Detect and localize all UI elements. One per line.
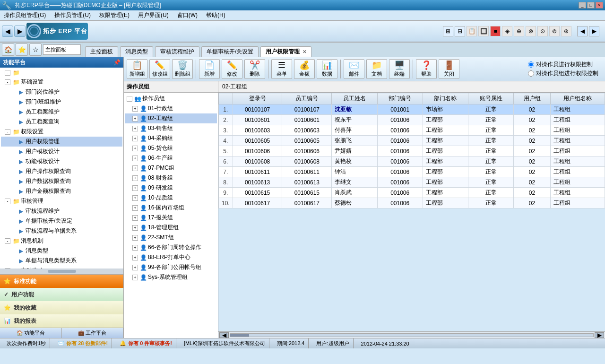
group-66[interactable]: + 👤 66-各部门周转仓操作 xyxy=(125,243,217,252)
minimize-btn[interactable]: _ xyxy=(579,2,586,9)
group-sys[interactable]: + 👤 Sys-系统管理组 xyxy=(125,272,217,282)
nav-icon-left[interactable]: ◀ xyxy=(577,26,588,36)
btn-menu[interactable]: ☰ 菜单 xyxy=(271,59,292,79)
tree-item-msg-type[interactable]: ▶ 消息类型 xyxy=(1,246,122,256)
tree-item-user-op-query[interactable]: ▶ 用户操作权限查询 xyxy=(1,166,122,176)
menu-operator[interactable]: 操作员管理(U) xyxy=(52,10,93,20)
group-88[interactable]: + 👤 88-ERP打单中心 xyxy=(125,252,217,262)
table-row[interactable]: 3. 00100603 00100603 付喜萍 001006 工程部 正常 0… xyxy=(219,125,605,136)
expand-g22[interactable]: + xyxy=(132,235,138,241)
btn-edit-group[interactable]: ✏️ 修改组 xyxy=(149,59,170,79)
expand-g08[interactable]: + xyxy=(132,175,138,181)
tree-item-user-template[interactable]: ▶ 用户模板设计 xyxy=(1,147,122,156)
menu-help[interactable]: 帮助(H) xyxy=(204,10,227,20)
toolbar-icon-9[interactable]: ⊙ xyxy=(537,26,548,36)
menu-window[interactable]: 窗口(W) xyxy=(175,10,199,20)
nav-icon-right[interactable]: ▶ xyxy=(589,26,599,36)
btn-add[interactable]: 📄 新增 xyxy=(199,59,220,79)
toolbar-icon-7[interactable]: ⊕ xyxy=(514,26,524,36)
table-row[interactable]: 6. 00100608 00100608 黄艳枚 001006 工程部 正常 0… xyxy=(219,156,605,167)
tree-item-base-settings[interactable]: - 📁 基础设置 xyxy=(1,77,122,87)
table-row[interactable]: 9. 00100615 00100615 肖跃武 001006 工程部 正常 0… xyxy=(219,188,605,198)
tab-user-permissions[interactable]: 用户权限管理 ✕ xyxy=(260,46,311,57)
table-row[interactable]: 5. 00100606 00100606 尹婧婧 001006 工程部 正常 0… xyxy=(219,146,605,156)
expand-g07[interactable]: + xyxy=(132,165,138,171)
scroll-left-btn[interactable]: ◀ xyxy=(219,332,229,338)
my-favorites-btn[interactable]: ⭐ 我的收藏 xyxy=(0,301,123,314)
group-02[interactable]: + 👤 02-工程组 xyxy=(125,113,217,123)
group-22[interactable]: + 👤 22-SMT组 xyxy=(125,233,217,243)
toolbar-icon-4[interactable]: 🔲 xyxy=(478,26,489,36)
expand-g05[interactable]: + xyxy=(132,146,138,151)
group-03[interactable]: + 👤 03-销售组 xyxy=(125,123,217,133)
expand-g17[interactable]: + xyxy=(132,215,138,221)
tree-item-audit-flow[interactable]: ▶ 审核流程维护 xyxy=(1,206,122,216)
tree-item-user-data-query[interactable]: ▶ 用户数据权限查询 xyxy=(1,176,122,186)
tree-item-audit-relation[interactable]: ▶ 审核流程与单据关系 xyxy=(1,226,122,236)
btn-add-group[interactable]: 📋 新增组 xyxy=(127,59,147,79)
tree-item-emp-maintain[interactable]: ▶ 员工档案维护 xyxy=(1,107,122,117)
group-05[interactable]: + 👤 05-货仓组 xyxy=(125,143,217,153)
table-row[interactable]: 10. 00100617 00100617 蔡德松 001006 工程部 正常 … xyxy=(219,198,605,208)
menu-permissions[interactable]: 权限管理(E) xyxy=(97,10,131,20)
tab-approval-flow[interactable]: 审核流程维护 xyxy=(155,46,199,57)
tree-item-audit-mgmt[interactable]: - 📁 审核管理 xyxy=(1,196,122,206)
status-mail[interactable]: ✉️ 你有 28 份新邮件! xyxy=(54,338,112,348)
toolbar-icon-1[interactable]: ⊞ xyxy=(443,26,453,36)
toolbar-icon-5[interactable]: ■ xyxy=(490,26,501,36)
table-row[interactable]: 1. 00100107 00100107 沈亚敏 001001 市场部 正常 0… xyxy=(219,104,605,115)
sidebar-pin[interactable]: 📌 xyxy=(113,59,121,66)
my-reports-btn[interactable]: 📊 我的报表 xyxy=(0,314,123,328)
expand-g03[interactable]: + xyxy=(132,126,138,131)
tree-item-perm-settings[interactable]: - 📁 权限设置 xyxy=(1,127,122,137)
status-alert[interactable]: 🔔 你有 0 件审核事务! xyxy=(116,338,176,348)
btn-help[interactable]: ❓ 帮助 xyxy=(416,59,437,79)
expand-g99[interactable]: + xyxy=(132,265,138,270)
menu-ui[interactable]: 用户界面(U) xyxy=(136,10,171,20)
btn-amount[interactable]: 💰 金额 xyxy=(294,59,315,79)
menu-operator-group[interactable]: 操作员组管理(G) xyxy=(2,10,48,20)
table-row[interactable]: 2. 00100601 00100601 祝东平 001006 工程部 正常 0… xyxy=(219,115,605,125)
toolbar-icon-8[interactable]: ⊗ xyxy=(526,26,536,36)
expand-g06[interactable]: + xyxy=(132,156,138,161)
back-btn[interactable]: ◀ xyxy=(2,26,13,37)
tree-root[interactable]: - 📁 xyxy=(1,69,122,77)
tree-item-user-amount-query[interactable]: ▶ 用户金额权限查询 xyxy=(1,186,122,196)
tree-item-doc-audit[interactable]: ▶ 单据审核开/关设定 xyxy=(1,216,122,226)
toolbar-icon-3[interactable]: 📋 xyxy=(467,26,477,36)
expand-audit[interactable]: - xyxy=(5,199,10,204)
radio-operator-input[interactable] xyxy=(528,61,534,68)
user-function-btn[interactable]: ✓ 用户功能 xyxy=(0,288,123,301)
expand-g18[interactable]: + xyxy=(132,225,138,231)
btn-delete[interactable]: ✂️ 删除 xyxy=(244,59,265,79)
group-99[interactable]: + 👤 99-各部门公用帐号组 xyxy=(125,262,217,272)
close-btn[interactable]: × xyxy=(596,2,603,9)
expand-g10[interactable]: + xyxy=(132,195,138,201)
forward-btn[interactable]: ▶ xyxy=(14,26,26,37)
group-18[interactable]: + 👤 18-管理层组 xyxy=(125,223,217,233)
table-row[interactable]: 8. 00100613 00100613 李继文 001006 工程部 正常 0… xyxy=(219,177,605,188)
btn-close[interactable]: 🚪 关闭 xyxy=(439,59,459,79)
btn-mail[interactable]: ✉️ 邮件 xyxy=(344,59,364,79)
tab-function-platform[interactable]: 🏠 功能平台 xyxy=(0,328,62,338)
radio-group-input[interactable] xyxy=(528,70,534,77)
group-08[interactable]: + 👤 08-财务组 xyxy=(125,173,217,183)
expand-g09[interactable]: + xyxy=(132,185,138,191)
group-06[interactable]: + 👤 06-生产组 xyxy=(125,153,217,163)
tab-close-icon[interactable]: ✕ xyxy=(302,49,306,54)
expand-g04[interactable]: + xyxy=(132,136,138,141)
tab-message-type[interactable]: 消息类型 xyxy=(120,46,153,57)
btn-delete-group[interactable]: 🗑️ 删除组 xyxy=(172,59,193,79)
group-root-expand[interactable]: - xyxy=(127,96,132,102)
table-row[interactable]: 4. 00100605 00100605 张鹏飞 001006 工程部 正常 0… xyxy=(219,136,605,146)
tree-item-user-perm[interactable]: ▶ 用户权限管理 xyxy=(1,137,122,147)
expand-g02[interactable]: + xyxy=(132,116,138,121)
group-16[interactable]: + 👤 16-国内市场组 xyxy=(125,203,217,213)
btn-edit[interactable]: ✏️ 修改 xyxy=(222,59,242,79)
toolbar-icon-10[interactable]: ⊚ xyxy=(549,26,560,36)
tree-item-func-template[interactable]: ▶ 功能模板设计 xyxy=(1,156,122,166)
expand-base[interactable]: - xyxy=(5,79,10,85)
scroll-right-btn[interactable]: ▶ xyxy=(595,332,604,338)
group-09[interactable]: + 👤 09-研发组 xyxy=(125,183,217,193)
tree-item-dept-maintain[interactable]: ▶ 部门岗位维护 xyxy=(1,87,122,97)
